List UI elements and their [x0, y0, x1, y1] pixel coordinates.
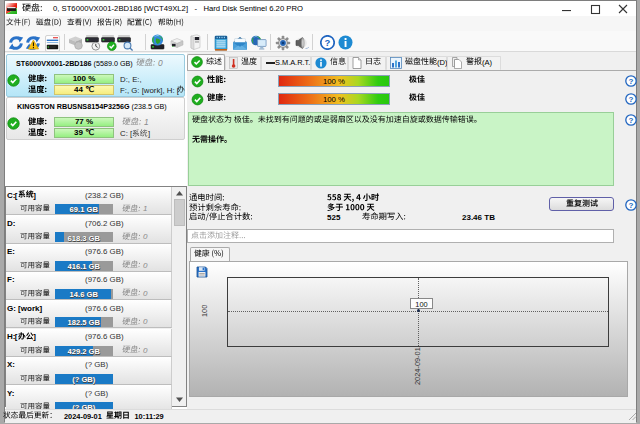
svg-text:?: ?: [629, 201, 634, 210]
svg-text:?: ?: [629, 116, 634, 125]
svg-text:?: ?: [629, 95, 634, 104]
svg-text:?: ?: [325, 37, 331, 48]
svg-text:?: ?: [629, 77, 634, 86]
